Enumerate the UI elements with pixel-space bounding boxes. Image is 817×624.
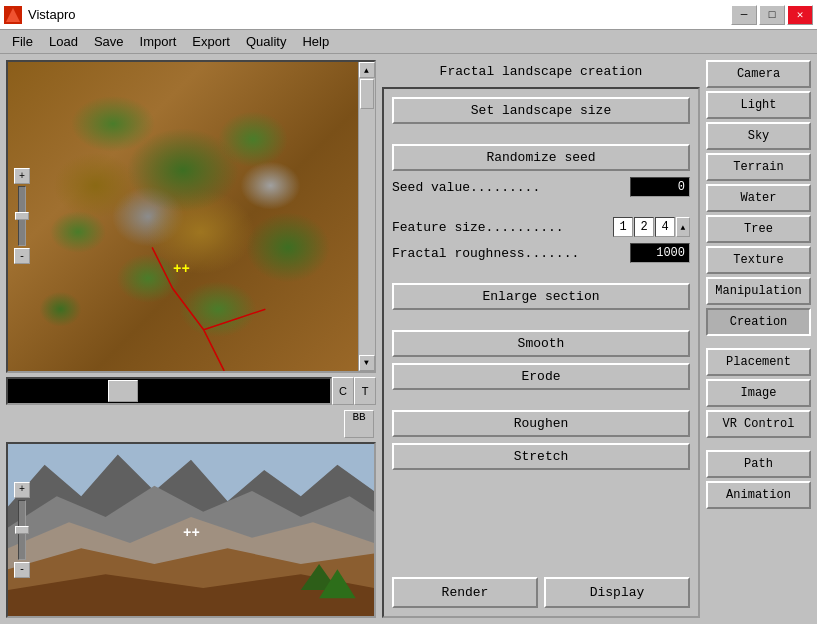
- camera-button[interactable]: Camera: [706, 60, 811, 88]
- menu-quality[interactable]: Quality: [238, 32, 294, 51]
- maximize-button[interactable]: □: [759, 5, 785, 25]
- path-button[interactable]: Path: [706, 450, 811, 478]
- zoom-in-button[interactable]: +: [14, 168, 30, 184]
- map-scrollbar-vertical[interactable]: ▲ ▼: [358, 62, 374, 371]
- scroll-track-v[interactable]: [359, 78, 375, 355]
- feature-size-label: Feature size..........: [392, 220, 609, 235]
- creation-button[interactable]: Creation: [706, 308, 811, 336]
- main-content: + - + ▲: [0, 54, 817, 624]
- preview-zoom-track[interactable]: [18, 500, 26, 560]
- menu-bar: File Load Save Import Export Quality Hel…: [0, 30, 817, 54]
- zoom-thumb[interactable]: [15, 212, 29, 220]
- texture-button[interactable]: Texture: [706, 246, 811, 274]
- render-button[interactable]: Render: [392, 577, 538, 608]
- light-button[interactable]: Light: [706, 91, 811, 119]
- preview-container: + -: [6, 442, 376, 618]
- sky-button[interactable]: Sky: [706, 122, 811, 150]
- menu-save[interactable]: Save: [86, 32, 132, 51]
- map-label-bb[interactable]: BB: [344, 410, 374, 438]
- seed-value-input[interactable]: [630, 177, 690, 197]
- menu-import[interactable]: Import: [132, 32, 185, 51]
- vr-control-button[interactable]: VR Control: [706, 410, 811, 438]
- preview-canvas[interactable]: +: [8, 444, 374, 616]
- manipulation-button[interactable]: Manipulation: [706, 277, 811, 305]
- seed-value-row: Seed value.........: [392, 177, 690, 197]
- feature-value-2[interactable]: [634, 217, 654, 237]
- terrain-map[interactable]: +: [8, 62, 358, 371]
- preview-zoom-thumb[interactable]: [15, 526, 29, 534]
- seed-label: Seed value.........: [392, 180, 626, 195]
- scroll-thumb-v[interactable]: [360, 79, 374, 109]
- menu-export[interactable]: Export: [184, 32, 238, 51]
- preview-crosshair: +: [183, 526, 200, 540]
- panel-title: Fractal landscape creation: [382, 60, 700, 83]
- middle-panel: Fractal landscape creation Set landscape…: [382, 60, 700, 618]
- erode-button[interactable]: Erode: [392, 363, 690, 390]
- menu-help[interactable]: Help: [294, 32, 337, 51]
- creation-panel: Set landscape size Randomize seed Seed v…: [382, 87, 700, 618]
- display-button[interactable]: Display: [544, 577, 690, 608]
- menu-load[interactable]: Load: [41, 32, 86, 51]
- close-button[interactable]: ✕: [787, 5, 813, 25]
- smooth-button[interactable]: Smooth: [392, 330, 690, 357]
- enlarge-section-button[interactable]: Enlarge section: [392, 283, 690, 310]
- scroll-thumb-h[interactable]: [108, 380, 138, 402]
- set-landscape-size-button[interactable]: Set landscape size: [392, 97, 690, 124]
- map-crosshair: +: [173, 262, 190, 276]
- minimize-button[interactable]: ─: [731, 5, 757, 25]
- title-bar: Vistapro ─ □ ✕: [0, 0, 817, 30]
- map-view[interactable]: + - +: [8, 62, 358, 371]
- feature-value-1[interactable]: [613, 217, 633, 237]
- window-controls: ─ □ ✕: [731, 5, 813, 25]
- placement-button[interactable]: Placement: [706, 348, 811, 376]
- menu-file[interactable]: File: [4, 32, 41, 51]
- map-scrollbar-horizontal[interactable]: [6, 377, 332, 405]
- tree-button[interactable]: Tree: [706, 215, 811, 243]
- app-title: Vistapro: [28, 7, 75, 22]
- terrain-button[interactable]: Terrain: [706, 153, 811, 181]
- image-button[interactable]: Image: [706, 379, 811, 407]
- preview-zoom-out[interactable]: -: [14, 562, 30, 578]
- feature-size-row: Feature size.......... ▲: [392, 217, 690, 237]
- stretch-button[interactable]: Stretch: [392, 443, 690, 470]
- animation-button[interactable]: Animation: [706, 481, 811, 509]
- randomize-seed-button[interactable]: Randomize seed: [392, 144, 690, 171]
- left-panel: + - + ▲: [6, 60, 376, 618]
- app-icon: [4, 6, 22, 24]
- map-label-c[interactable]: C: [332, 377, 354, 405]
- zoom-track[interactable]: [18, 186, 26, 246]
- map-container: + - + ▲: [6, 60, 376, 373]
- right-panel: Camera Light Sky Terrain Water Tree Text…: [706, 60, 811, 618]
- scroll-up-button[interactable]: ▲: [359, 62, 375, 78]
- bottom-row: Render Display: [392, 573, 690, 608]
- feature-spinner: ▲: [613, 217, 690, 237]
- fractal-roughness-input[interactable]: [630, 243, 690, 263]
- feature-spin-up[interactable]: ▲: [676, 217, 690, 237]
- fractal-roughness-row: Fractal roughness.......: [392, 243, 690, 263]
- feature-value-3[interactable]: [655, 217, 675, 237]
- map-controls-row: C T: [6, 377, 376, 405]
- scroll-down-button[interactable]: ▼: [359, 355, 375, 371]
- preview-view[interactable]: + -: [8, 444, 374, 616]
- map-label-t[interactable]: T: [354, 377, 376, 405]
- roughen-button[interactable]: Roughen: [392, 410, 690, 437]
- fractal-roughness-label: Fractal roughness.......: [392, 246, 626, 261]
- zoom-out-button[interactable]: -: [14, 248, 30, 264]
- water-button[interactable]: Water: [706, 184, 811, 212]
- preview-zoom-in[interactable]: +: [14, 482, 30, 498]
